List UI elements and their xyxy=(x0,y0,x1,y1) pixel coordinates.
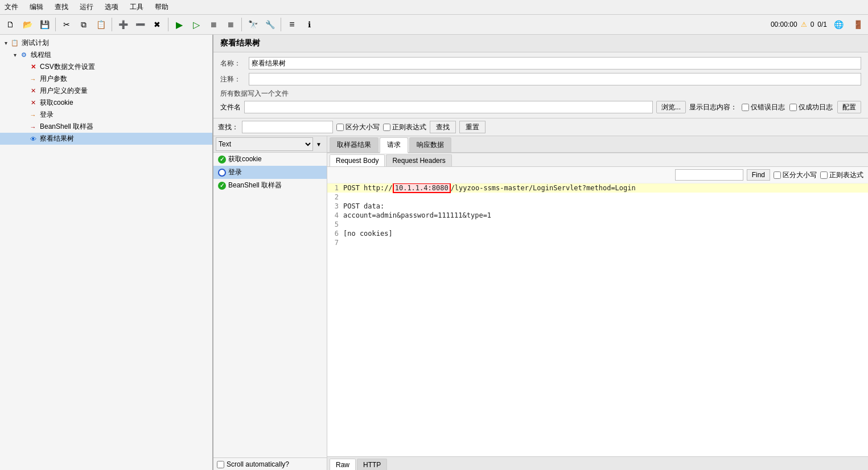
panel-header: 察看结果树 xyxy=(213,35,868,52)
clear-button[interactable]: ✖ xyxy=(149,17,165,32)
separator-1 xyxy=(55,18,56,31)
code-line-2: 2 xyxy=(327,193,868,202)
line-number: 4 xyxy=(327,211,343,219)
tab-sampler-result[interactable]: 取样器结果 xyxy=(330,137,379,152)
binoculars-button[interactable]: 🔭 xyxy=(245,17,261,32)
copy-button[interactable]: ⧉ xyxy=(76,17,92,32)
csv-icon: ✕ xyxy=(28,63,38,72)
search-input[interactable] xyxy=(242,121,333,133)
open-button[interactable]: 📂 xyxy=(19,17,35,32)
find-btn[interactable]: Find xyxy=(747,169,770,181)
globe-button[interactable]: 🌐 xyxy=(830,17,846,32)
filename-input[interactable] xyxy=(244,101,653,113)
bottom-tab-http[interactable]: HTTP xyxy=(357,459,387,470)
remove-button[interactable]: ➖ xyxy=(132,17,148,32)
tree-item-beanshell[interactable]: ▸ → BeanShell 取样器 xyxy=(0,121,212,133)
new-button[interactable]: 🗋 xyxy=(2,17,18,32)
menubar: 文件 编辑 查找 运行 选项 工具 帮助 xyxy=(0,0,868,15)
find-input[interactable] xyxy=(675,169,743,181)
save-button[interactable]: 💾 xyxy=(36,17,52,32)
exit-button[interactable]: 🚪 xyxy=(850,17,866,32)
tree-panel: ▾ 📋 测试计划 ▾ ⚙ 线程组 ▸ ✕ CSV数据文件设置 ▸ → 用户参数 xyxy=(0,35,213,470)
tree-item-thread[interactable]: ▾ ⚙ 线程组 xyxy=(0,49,212,61)
panel-title: 察看结果树 xyxy=(220,38,260,47)
tree-item-get-cookie[interactable]: ▸ ✕ 获取cookie xyxy=(0,97,212,109)
error-log-checkbox[interactable] xyxy=(742,104,749,111)
line-number: 1 xyxy=(327,184,343,192)
list-item-login[interactable]: 登录 xyxy=(213,166,327,179)
list-type-select[interactable]: Text xyxy=(216,137,313,151)
watch-label: 察看结果树 xyxy=(40,134,74,144)
run-button[interactable]: ▶ xyxy=(171,17,187,32)
line-content: POST http://10.1.1.4:8080/lyyzoo-ssms-ma… xyxy=(343,184,868,192)
tree-item-csv[interactable]: ▸ ✕ CSV数据文件设置 xyxy=(0,61,212,73)
run-partial-button[interactable]: ▷ xyxy=(188,17,204,32)
name-input[interactable] xyxy=(249,57,861,70)
code-line-1: 1POST http://10.1.1.4:8080/lyyzoo-ssms-m… xyxy=(327,183,868,193)
find-button[interactable]: 查找 xyxy=(430,121,456,133)
config-button[interactable]: 配置 xyxy=(837,101,861,113)
line-number: 5 xyxy=(327,220,343,228)
code-line-3: 3POST data: xyxy=(327,202,868,211)
stop-now-button[interactable]: ⏹ xyxy=(223,17,238,32)
stop-button[interactable]: ⏹ xyxy=(205,17,221,32)
menu-run[interactable]: 运行 xyxy=(77,1,96,13)
list-footer: Scroll automatically? xyxy=(213,457,327,470)
csv-label: CSV数据文件设置 xyxy=(40,62,95,72)
list-arrow-icon[interactable]: ▼ xyxy=(313,137,324,151)
find-regex-checkbox[interactable] xyxy=(820,171,828,179)
add-button[interactable]: ➕ xyxy=(115,17,131,32)
separator-5 xyxy=(281,18,281,31)
case-sensitive-checkbox[interactable] xyxy=(336,124,344,131)
list-item-beanshell[interactable]: ✓ BeanShell 取样器 xyxy=(213,179,327,192)
name-label: 名称： xyxy=(220,59,249,68)
regex-checkbox[interactable] xyxy=(383,124,390,131)
login-label: 登录 xyxy=(40,110,54,120)
var-icon: ✕ xyxy=(28,87,38,96)
menu-tools[interactable]: 工具 xyxy=(127,1,146,13)
menu-edit[interactable]: 编辑 xyxy=(27,1,46,13)
comment-input[interactable] xyxy=(249,73,861,85)
log-content-label: 显示日志内容： xyxy=(689,103,737,112)
menu-file[interactable]: 文件 xyxy=(2,1,20,13)
success-log-checkbox[interactable] xyxy=(789,104,797,111)
cookie-icon: ✕ xyxy=(28,99,38,108)
tree-item-watch[interactable]: ▸ 👁 察看结果树 xyxy=(0,133,212,145)
user-params-icon: → xyxy=(28,75,38,84)
menu-help[interactable]: 帮助 xyxy=(153,1,171,13)
list-item[interactable]: ✓ 获取cookie xyxy=(213,153,327,166)
code-line-4: 4account=admin&password=111111&type=1 xyxy=(327,211,868,220)
list-button[interactable]: ≡ xyxy=(284,17,300,32)
user-var-label: 用户定义的变量 xyxy=(40,86,88,96)
cut-button[interactable]: ✂ xyxy=(59,17,75,32)
tab-request[interactable]: 请求 xyxy=(380,137,408,153)
bottom-tab-raw[interactable]: Raw xyxy=(330,459,356,470)
tree-item-user-params[interactable]: ▸ → 用户参数 xyxy=(0,73,212,85)
paste-button[interactable]: 📋 xyxy=(93,17,109,32)
tree-item-plan[interactable]: ▾ 📋 测试计划 xyxy=(0,37,212,49)
error-log-label: 仅错误日志 xyxy=(751,103,785,112)
get-cookie-label: 获取cookie xyxy=(40,98,73,108)
find-case-checkbox[interactable] xyxy=(774,171,781,179)
detail-tabs: 取样器结果 请求 响应数据 xyxy=(327,136,868,153)
tree-item-user-var[interactable]: ▸ ✕ 用户定义的变量 xyxy=(0,85,212,97)
tree-item-login[interactable]: ▸ → 登录 xyxy=(0,109,212,121)
detail-panel: 取样器结果 请求 响应数据 Request Body Request Heade… xyxy=(327,136,868,470)
menu-find[interactable]: 查找 xyxy=(52,1,71,13)
user-params-label: 用户参数 xyxy=(40,74,67,84)
file-row: 文件名 浏览... 显示日志内容： 仅错误日志 仅成功日志 配置 xyxy=(220,101,861,113)
name-row: 名称： xyxy=(220,57,861,70)
subtab-request-body[interactable]: Request Body xyxy=(330,154,385,166)
analyze-button[interactable]: 🔧 xyxy=(262,17,278,32)
tab-response-data[interactable]: 响应数据 xyxy=(409,137,451,152)
subtab-request-headers[interactable]: Request Headers xyxy=(386,154,451,166)
info-button[interactable]: ℹ xyxy=(301,17,317,32)
reset-button[interactable]: 重置 xyxy=(459,121,486,133)
browse-button[interactable]: 浏览... xyxy=(656,101,686,113)
scroll-auto-checkbox[interactable] xyxy=(217,461,224,468)
menu-options[interactable]: 选项 xyxy=(102,1,121,13)
code-area[interactable]: 1POST http://10.1.1.4:8080/lyyzoo-ssms-m… xyxy=(327,183,868,456)
success-log-checkbox-label: 仅成功日志 xyxy=(789,103,833,112)
expand-thread[interactable]: ▾ xyxy=(11,52,18,59)
expand-plan[interactable]: ▾ xyxy=(2,40,9,47)
